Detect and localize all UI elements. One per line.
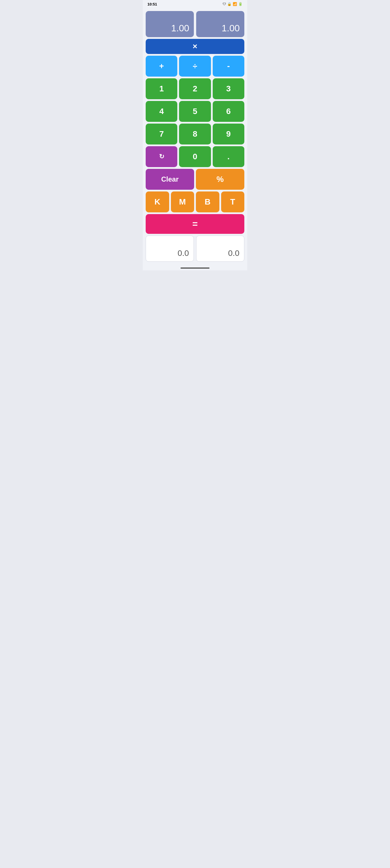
- status-time: 10:51: [147, 2, 157, 6]
- display-right: 1.00: [196, 11, 244, 37]
- decimal-button[interactable]: .: [213, 146, 244, 167]
- subtract-button[interactable]: -: [213, 56, 244, 76]
- add-button[interactable]: +: [146, 56, 177, 76]
- button-7[interactable]: 7: [146, 124, 177, 145]
- multiplier-row: K M B T: [146, 191, 244, 212]
- battery-icon: 🔋: [238, 2, 243, 6]
- equals-label: =: [192, 219, 198, 229]
- result-row: 0.0 0.0: [146, 236, 244, 262]
- rotate-button[interactable]: ↻: [146, 146, 177, 167]
- percent-button[interactable]: %: [196, 169, 244, 190]
- button-5[interactable]: 5: [179, 101, 211, 122]
- result-left-value: 0.0: [178, 249, 189, 258]
- display-left-value: 1.00: [171, 23, 189, 34]
- button-8[interactable]: 8: [179, 124, 211, 145]
- button-4[interactable]: 4: [146, 101, 177, 122]
- equals-button[interactable]: =: [146, 214, 244, 234]
- current-operator-label: ×: [193, 42, 197, 51]
- number-row-3: 7 8 9: [146, 124, 244, 145]
- display-right-value: 1.00: [222, 23, 240, 34]
- clear-percent-row: Clear %: [146, 169, 244, 190]
- operator-buttons-row: + ÷ -: [146, 56, 244, 76]
- status-bar: 10:51 🛡 🔒 📶 🔋: [143, 0, 247, 8]
- number-row-1: 1 2 3: [146, 78, 244, 99]
- shield-icon: 🛡: [222, 2, 226, 6]
- m-button[interactable]: M: [171, 191, 194, 212]
- button-2[interactable]: 2: [179, 78, 211, 99]
- nav-indicator: [180, 268, 210, 269]
- b-button[interactable]: B: [196, 191, 219, 212]
- button-6[interactable]: 6: [213, 101, 244, 122]
- result-left: 0.0: [146, 236, 194, 262]
- button-1[interactable]: 1: [146, 78, 177, 99]
- rotate-icon: ↻: [159, 153, 164, 160]
- button-9[interactable]: 9: [213, 124, 244, 145]
- status-icons: 🛡 🔒 📶 🔋: [222, 2, 243, 6]
- calculator-container: 1.00 1.00 × + ÷ - 1 2 3 4 5 6: [143, 8, 247, 265]
- k-button[interactable]: K: [146, 191, 169, 212]
- signal-icon: 📶: [233, 2, 237, 6]
- result-right: 0.0: [196, 236, 244, 262]
- number-row-2: 4 5 6: [146, 101, 244, 122]
- percent-label: %: [216, 175, 224, 184]
- display-left: 1.00: [146, 11, 194, 37]
- clear-button[interactable]: Clear: [146, 169, 194, 190]
- button-0[interactable]: 0: [179, 146, 211, 167]
- bottom-number-row: ↻ 0 .: [146, 146, 244, 167]
- button-3[interactable]: 3: [213, 78, 244, 99]
- nav-bar: [143, 265, 247, 270]
- lock-icon: 🔒: [227, 2, 232, 6]
- display-row: 1.00 1.00: [146, 11, 244, 37]
- result-right-value: 0.0: [228, 249, 239, 258]
- divide-button[interactable]: ÷: [179, 56, 211, 76]
- current-operator-display[interactable]: ×: [146, 39, 244, 54]
- clear-label: Clear: [161, 175, 178, 183]
- t-button[interactable]: T: [221, 191, 245, 212]
